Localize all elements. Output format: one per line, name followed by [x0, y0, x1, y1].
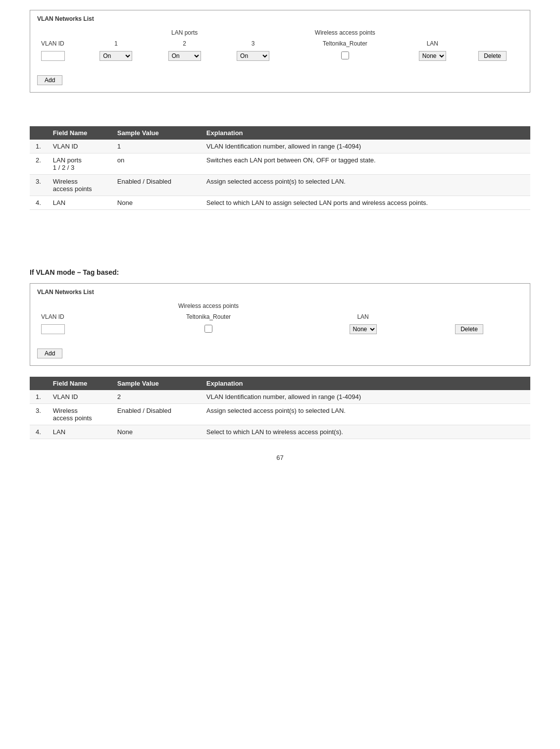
- lan-select-1[interactable]: None: [419, 51, 446, 61]
- vlan-box-2-title: VLAN Networks List: [37, 289, 523, 296]
- lan-select-2[interactable]: None: [350, 324, 377, 334]
- info-2-field-2: LAN: [47, 425, 111, 439]
- info-2-explanation-2: Select to which LAN to wireless access p…: [201, 425, 530, 439]
- info-1-sample-3: None: [111, 196, 201, 210]
- info-2-row-0: 1. VLAN ID 2 VLAN Identification number,…: [30, 390, 530, 404]
- info-table-2: Field Name Sample Value Explanation 1. V…: [30, 377, 530, 439]
- info-1-num-1: 2.: [30, 153, 47, 175]
- info-1-col-explanation: Explanation: [201, 126, 530, 140]
- vlan-id-col-header: [37, 27, 82, 38]
- col-teltonika: Teltonika_Router: [287, 38, 403, 49]
- col-vlan-id: VLAN ID: [37, 38, 82, 49]
- info-1-field-1: LAN ports 1 / 2 / 3: [47, 153, 111, 175]
- vlan-id-input-2[interactable]: 2: [41, 324, 65, 334]
- info-2-field-0: VLAN ID: [47, 390, 111, 404]
- vlan-table-2: Wireless access points VLAN ID Teltonika…: [37, 300, 523, 336]
- add-button-1[interactable]: Add: [37, 75, 62, 85]
- col-lan-2: LAN: [310, 311, 415, 322]
- info-1-row-1: 2. LAN ports 1 / 2 / 3 on Switches each …: [30, 153, 530, 175]
- info-2-col-sample: Sample Value: [111, 377, 201, 390]
- info-1-explanation-1: Switches each LAN port between ON, OFF o…: [201, 153, 530, 175]
- section-heading: If VLAN mode – Tag based:: [30, 268, 530, 276]
- info-1-num-2: 3.: [30, 175, 47, 196]
- info-1-num-3: 4.: [30, 196, 47, 210]
- info-2-num-0: 1.: [30, 390, 47, 404]
- vlan-row-1: 1 On Off Tagged On Off Tagged: [37, 49, 523, 63]
- wireless-header: Wireless access points: [287, 27, 403, 38]
- vlan-box-2: VLAN Networks List Wireless access point…: [30, 283, 530, 366]
- info-2-num-1: 3.: [30, 404, 47, 425]
- page-number: 67: [30, 454, 530, 461]
- info-2-col-field: Field Name: [47, 377, 111, 390]
- col-port-3: 3: [219, 38, 287, 49]
- col-teltonika-2: Teltonika_Router: [106, 311, 310, 322]
- info-1-explanation-0: VLAN Identification number, allowed in r…: [201, 140, 530, 153]
- info-1-row-3: 4. LAN None Select to which LAN to assig…: [30, 196, 530, 210]
- spacer-1: [30, 101, 530, 115]
- info-2-row-2: 4. LAN None Select to which LAN to wirel…: [30, 425, 530, 439]
- info-2-explanation-0: VLAN Identification number, allowed in r…: [201, 390, 530, 404]
- vlan-id-input-1[interactable]: 1: [41, 51, 65, 61]
- info-2-col-num: [30, 377, 47, 390]
- vlan-row-2: 2 None Delete: [37, 322, 523, 336]
- info-table-1: Field Name Sample Value Explanation 1. V…: [30, 126, 530, 210]
- info-1-explanation-2: Assign selected access point(s) to selec…: [201, 175, 530, 196]
- info-1-row-0: 1. VLAN ID 1 VLAN Identification number,…: [30, 140, 530, 153]
- info-2-row-1: 3. Wireless access points Enabled / Disa…: [30, 404, 530, 425]
- info-2-col-explanation: Explanation: [201, 377, 530, 390]
- spacer-3: [30, 235, 530, 249]
- info-1-col-num: [30, 126, 47, 140]
- info-2-sample-2: None: [111, 425, 201, 439]
- col-port-2: 2: [150, 38, 218, 49]
- col-port-1: 1: [82, 38, 150, 49]
- delete-button-2[interactable]: Delete: [455, 324, 483, 334]
- info-1-field-0: VLAN ID: [47, 140, 111, 153]
- vlan-box-1: VLAN Networks List LAN ports Wireless ac…: [30, 10, 530, 93]
- wireless-checkbox-2[interactable]: [204, 325, 212, 333]
- info-1-sample-2: Enabled / Disabled: [111, 175, 201, 196]
- info-1-col-field: Field Name: [47, 126, 111, 140]
- info-1-explanation-3: Select to which LAN to assign selected L…: [201, 196, 530, 210]
- info-1-col-sample: Sample Value: [111, 126, 201, 140]
- info-1-row-2: 3. Wireless access points Enabled / Disa…: [30, 175, 530, 196]
- wireless-header-2: Wireless access points: [106, 300, 310, 311]
- info-1-field-3: LAN: [47, 196, 111, 210]
- col-vlan-id-2: VLAN ID: [37, 311, 106, 322]
- port1-select[interactable]: On Off Tagged: [100, 51, 132, 61]
- col-lan: LAN: [403, 38, 462, 49]
- info-2-explanation-1: Assign selected access point(s) to selec…: [201, 404, 530, 425]
- info-1-sample-0: 1: [111, 140, 201, 153]
- info-1-num-0: 1.: [30, 140, 47, 153]
- vlan-box-1-title: VLAN Networks List: [37, 15, 523, 22]
- info-1-field-2: Wireless access points: [47, 175, 111, 196]
- info-2-sample-1: Enabled / Disabled: [111, 404, 201, 425]
- spacer-2: [30, 221, 530, 235]
- lan-ports-header: LAN ports: [82, 27, 287, 38]
- add-button-2[interactable]: Add: [37, 349, 62, 358]
- delete-button-1[interactable]: Delete: [478, 51, 507, 61]
- info-2-num-2: 4.: [30, 425, 47, 439]
- vlan-table-1: LAN ports Wireless access points VLAN ID…: [37, 27, 523, 63]
- info-2-field-1: Wireless access points: [47, 404, 111, 425]
- port2-select[interactable]: On Off Tagged: [168, 51, 201, 61]
- wireless-checkbox-1[interactable]: [341, 51, 349, 59]
- info-1-sample-1: on: [111, 153, 201, 175]
- info-2-sample-0: 2: [111, 390, 201, 404]
- port3-select[interactable]: On Off Tagged: [237, 51, 269, 61]
